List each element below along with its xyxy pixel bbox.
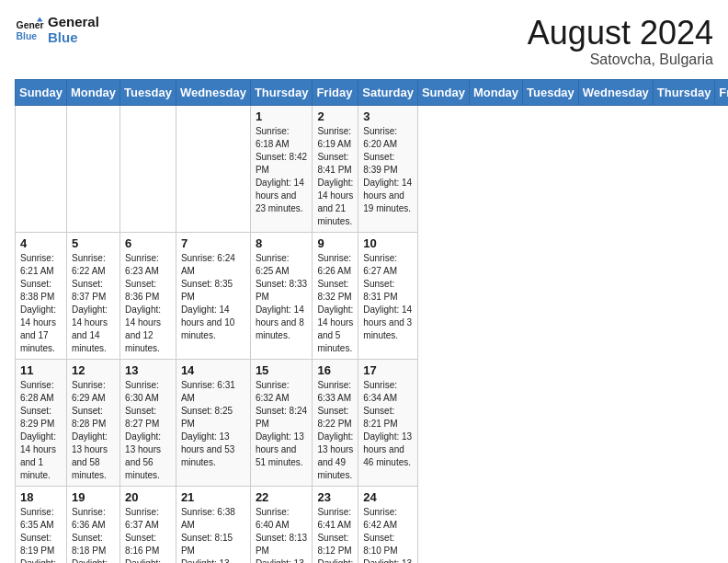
day-info: Sunrise: 6:36 AMSunset: 8:18 PMDaylight:…: [72, 506, 115, 563]
calendar-header-row: SundayMondayTuesdayWednesdayThursdayFrid…: [16, 79, 729, 105]
calendar-week-row: 18Sunrise: 6:35 AMSunset: 8:19 PMDayligh…: [16, 486, 729, 563]
day-number: 6: [125, 236, 171, 250]
calendar-cell: 7Sunrise: 6:24 AMSunset: 8:35 PMDaylight…: [176, 232, 250, 359]
day-number: 10: [363, 236, 413, 250]
day-number: 11: [20, 363, 62, 377]
day-number: 19: [72, 490, 115, 504]
day-number: 17: [363, 363, 413, 377]
calendar-cell: 17Sunrise: 6:34 AMSunset: 8:21 PMDayligh…: [358, 359, 418, 486]
logo-general: General: [48, 15, 99, 30]
calendar-cell: 6Sunrise: 6:23 AMSunset: 8:36 PMDaylight…: [120, 232, 176, 359]
calendar-cell: 21Sunrise: 6:38 AMSunset: 8:15 PMDayligh…: [176, 486, 250, 563]
day-number: 3: [363, 109, 413, 123]
calendar-cell: 9Sunrise: 6:26 AMSunset: 8:32 PMDaylight…: [313, 232, 358, 359]
day-number: 15: [256, 363, 308, 377]
calendar-cell: [16, 105, 67, 232]
day-of-week-saturday: Saturday: [358, 79, 418, 105]
calendar-cell: 18Sunrise: 6:35 AMSunset: 8:19 PMDayligh…: [16, 486, 67, 563]
day-number: 5: [72, 236, 115, 250]
day-number: 22: [256, 490, 308, 504]
day-info: Sunrise: 6:24 AMSunset: 8:35 PMDaylight:…: [181, 252, 245, 342]
day-number: 16: [317, 363, 353, 377]
weekday-header-sunday: Sunday: [417, 79, 469, 105]
calendar-cell: 10Sunrise: 6:27 AMSunset: 8:31 PMDayligh…: [358, 232, 418, 359]
weekday-header-friday: Friday: [715, 79, 728, 105]
day-number: 8: [256, 236, 308, 250]
day-info: Sunrise: 6:26 AMSunset: 8:32 PMDaylight:…: [317, 252, 353, 355]
day-info: Sunrise: 6:40 AMSunset: 8:13 PMDaylight:…: [256, 506, 308, 563]
calendar-cell: 13Sunrise: 6:30 AMSunset: 8:27 PMDayligh…: [120, 359, 176, 486]
day-info: Sunrise: 6:37 AMSunset: 8:16 PMDaylight:…: [125, 506, 171, 563]
day-info: Sunrise: 6:42 AMSunset: 8:10 PMDaylight:…: [363, 506, 413, 563]
weekday-header-wednesday: Wednesday: [578, 79, 653, 105]
calendar-cell: 16Sunrise: 6:33 AMSunset: 8:22 PMDayligh…: [313, 359, 358, 486]
weekday-header-monday: Monday: [469, 79, 522, 105]
day-info: Sunrise: 6:27 AMSunset: 8:31 PMDaylight:…: [363, 252, 413, 342]
day-info: Sunrise: 6:21 AMSunset: 8:38 PMDaylight:…: [20, 252, 62, 355]
day-number: 21: [181, 490, 245, 504]
calendar-week-row: 4Sunrise: 6:21 AMSunset: 8:38 PMDaylight…: [16, 232, 729, 359]
day-number: 14: [181, 363, 245, 377]
calendar-cell: 4Sunrise: 6:21 AMSunset: 8:38 PMDaylight…: [16, 232, 67, 359]
calendar-cell: 3Sunrise: 6:20 AMSunset: 8:39 PMDaylight…: [358, 105, 418, 232]
weekday-header-thursday: Thursday: [653, 79, 715, 105]
day-info: Sunrise: 6:22 AMSunset: 8:37 PMDaylight:…: [72, 252, 115, 355]
calendar-cell: [66, 105, 119, 232]
day-number: 7: [181, 236, 245, 250]
title-block: August 2024 Satovcha, Bulgaria: [528, 15, 713, 68]
logo-icon: General Blue: [15, 16, 44, 45]
calendar-cell: 8Sunrise: 6:25 AMSunset: 8:33 PMDaylight…: [250, 232, 313, 359]
calendar-cell: [176, 105, 250, 232]
calendar-week-row: 11Sunrise: 6:28 AMSunset: 8:29 PMDayligh…: [16, 359, 729, 486]
calendar-cell: 22Sunrise: 6:40 AMSunset: 8:13 PMDayligh…: [250, 486, 313, 563]
day-info: Sunrise: 6:32 AMSunset: 8:24 PMDaylight:…: [256, 379, 308, 469]
day-info: Sunrise: 6:29 AMSunset: 8:28 PMDaylight:…: [72, 379, 115, 482]
day-number: 23: [317, 490, 353, 504]
day-info: Sunrise: 6:28 AMSunset: 8:29 PMDaylight:…: [20, 379, 62, 482]
weekday-header-tuesday: Tuesday: [523, 79, 579, 105]
calendar-week-row: 1Sunrise: 6:18 AMSunset: 8:42 PMDaylight…: [16, 105, 729, 232]
month-year-title: August 2024: [528, 15, 713, 52]
calendar-cell: 12Sunrise: 6:29 AMSunset: 8:28 PMDayligh…: [66, 359, 119, 486]
day-number: 13: [125, 363, 171, 377]
day-info: Sunrise: 6:34 AMSunset: 8:21 PMDaylight:…: [363, 379, 413, 469]
svg-marker-2: [37, 17, 42, 21]
day-info: Sunrise: 6:20 AMSunset: 8:39 PMDaylight:…: [363, 125, 413, 215]
calendar-cell: 23Sunrise: 6:41 AMSunset: 8:12 PMDayligh…: [313, 486, 358, 563]
calendar-cell: 1Sunrise: 6:18 AMSunset: 8:42 PMDaylight…: [250, 105, 313, 232]
day-number: 18: [20, 490, 62, 504]
day-of-week-monday: Monday: [66, 79, 119, 105]
day-number: 24: [363, 490, 413, 504]
day-number: 12: [72, 363, 115, 377]
day-number: 9: [317, 236, 353, 250]
day-info: Sunrise: 6:19 AMSunset: 8:41 PMDaylight:…: [317, 125, 353, 228]
calendar-cell: 11Sunrise: 6:28 AMSunset: 8:29 PMDayligh…: [16, 359, 67, 486]
day-number: 4: [20, 236, 62, 250]
day-number: 2: [317, 109, 353, 123]
day-info: Sunrise: 6:30 AMSunset: 8:27 PMDaylight:…: [125, 379, 171, 482]
day-info: Sunrise: 6:38 AMSunset: 8:15 PMDaylight:…: [181, 506, 245, 563]
calendar-table: SundayMondayTuesdayWednesdayThursdayFrid…: [15, 79, 728, 563]
calendar-cell: 5Sunrise: 6:22 AMSunset: 8:37 PMDaylight…: [66, 232, 119, 359]
calendar-cell: 14Sunrise: 6:31 AMSunset: 8:25 PMDayligh…: [176, 359, 250, 486]
logo: General Blue General Blue: [15, 15, 99, 45]
day-info: Sunrise: 6:25 AMSunset: 8:33 PMDaylight:…: [256, 252, 308, 342]
day-info: Sunrise: 6:31 AMSunset: 8:25 PMDaylight:…: [181, 379, 245, 469]
day-of-week-sunday: Sunday: [16, 79, 67, 105]
day-info: Sunrise: 6:33 AMSunset: 8:22 PMDaylight:…: [317, 379, 353, 482]
day-of-week-tuesday: Tuesday: [120, 79, 176, 105]
calendar-cell: 15Sunrise: 6:32 AMSunset: 8:24 PMDayligh…: [250, 359, 313, 486]
day-info: Sunrise: 6:18 AMSunset: 8:42 PMDaylight:…: [256, 125, 308, 215]
day-of-week-wednesday: Wednesday: [176, 79, 250, 105]
svg-text:Blue: Blue: [17, 30, 38, 40]
location-subtitle: Satovcha, Bulgaria: [528, 52, 713, 68]
day-number: 20: [125, 490, 171, 504]
day-info: Sunrise: 6:35 AMSunset: 8:19 PMDaylight:…: [20, 506, 62, 563]
day-number: 1: [256, 109, 308, 123]
calendar-cell: [120, 105, 176, 232]
logo-blue: Blue: [48, 30, 99, 46]
page-header: General Blue General Blue August 2024 Sa…: [15, 15, 713, 68]
calendar-cell: 2Sunrise: 6:19 AMSunset: 8:41 PMDaylight…: [313, 105, 358, 232]
day-of-week-thursday: Thursday: [250, 79, 313, 105]
day-info: Sunrise: 6:23 AMSunset: 8:36 PMDaylight:…: [125, 252, 171, 355]
